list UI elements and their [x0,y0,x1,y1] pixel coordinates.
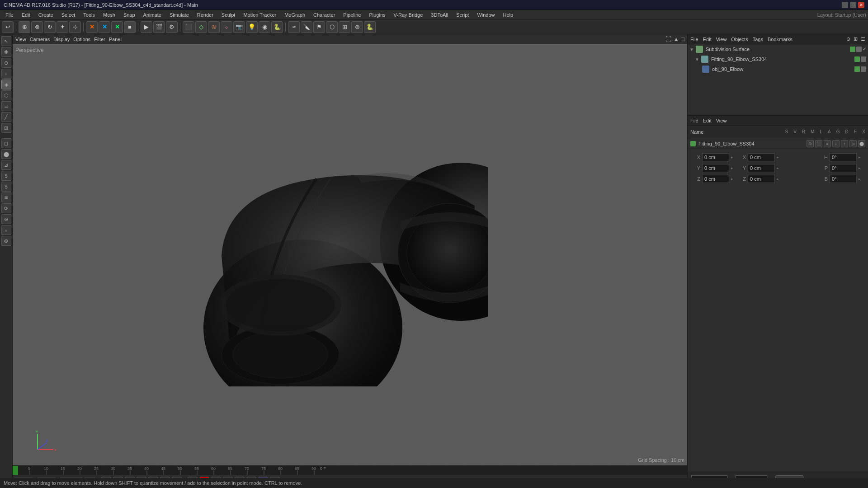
menu-sculpt[interactable]: Sculpt [218,11,239,19]
obj-expand-1[interactable]: ▼ [689,47,694,52]
coord-h-arrow[interactable]: ▸ [859,155,861,160]
object-mode-button[interactable]: ✕ [86,21,98,33]
left-tool-13[interactable]: $ [1,171,11,181]
obj-row-subdivision[interactable]: ▼ Subdivision Surface ✓ [688,44,868,54]
viewport[interactable]: Perspective [13,44,687,465]
attr-menu-file[interactable]: File [690,118,698,123]
coord-p-arrow[interactable]: ▸ [859,166,861,170]
point-mode-button[interactable]: ✕ [99,21,110,33]
dissolve-button[interactable]: ⬡ [326,21,338,33]
left-tool-14[interactable]: $ [1,182,11,192]
left-tool-8[interactable]: ╱ [1,112,11,122]
vp-menu-view[interactable]: View [15,37,26,42]
vp-menu-options[interactable]: Options [73,37,90,42]
attr-menu-view[interactable]: View [716,118,727,123]
left-select-tool[interactable]: ↖ [1,36,11,46]
cube-button[interactable]: ⬛ [183,21,194,33]
camera-button[interactable]: 📷 [233,21,245,33]
menu-animate[interactable]: Animate [140,11,165,19]
obj-menu-view[interactable]: View [716,37,727,42]
poly-mode-button[interactable]: ■ [124,21,136,33]
menu-render[interactable]: Render [193,11,217,19]
coord-y-pos[interactable] [702,164,729,172]
maximize-button[interactable]: □ [850,2,856,8]
menu-mesh[interactable]: Mesh [99,11,119,19]
minimize-button[interactable]: _ [842,2,848,8]
connect-button[interactable]: ⊜ [351,21,363,33]
vp-menu-filter[interactable]: Filter [94,37,105,42]
menu-3dtoall[interactable]: 3DToAll [427,11,452,19]
attr-icon-key[interactable]: ⬤ [858,140,865,147]
coord-xsize-arrow[interactable]: ▸ [777,155,779,160]
menu-character[interactable]: Character [310,11,339,19]
coord-y-size[interactable] [748,164,775,172]
obj-row-fitting[interactable]: ▼ Fitting_90_Elbow_SS304 [688,54,868,64]
obj-row-elbow[interactable]: obj_90_Elbow [688,64,868,74]
coord-ysize-arrow[interactable]: ▸ [777,166,779,170]
menu-pipeline[interactable]: Pipeline [340,11,364,19]
python-button[interactable]: 🐍 [271,21,283,33]
menu-file[interactable]: File [2,11,17,19]
smooth-button[interactable]: ≈ [288,21,300,33]
scale-tool-button[interactable]: ⊗ [31,21,43,33]
coord-h-rot[interactable] [830,153,857,161]
vp-render-icon[interactable]: ▲ [673,36,679,42]
attr-icon-5[interactable]: ↑ [841,140,848,147]
attr-icon-3[interactable]: ≡ [824,140,831,147]
left-paint-tool[interactable]: ✚ [1,47,11,57]
transform-button[interactable]: ✦ [57,21,68,33]
left-tool-16[interactable]: ⟳ [1,203,11,213]
menu-motion-tracker[interactable]: Motion Tracker [240,11,280,19]
menu-snap[interactable]: Snap [120,11,139,19]
light-button[interactable]: 💡 [246,21,258,33]
menu-edit[interactable]: Edit [18,11,34,19]
obj-expand-2[interactable]: ▼ [695,57,699,62]
menu-select[interactable]: Select [58,11,79,19]
select-button[interactable]: ⊹ [69,21,81,33]
left-tool-10[interactable]: ◻ [1,138,11,148]
left-move-tool[interactable]: ⊕ [1,58,11,68]
left-tool-17[interactable]: ⊛ [1,214,11,224]
coord-b-rot[interactable] [830,175,857,183]
spline-button[interactable]: ≋ [208,21,220,33]
attr-menu-edit[interactable]: Edit [703,118,712,123]
obj-menu-bookmarks[interactable]: Bookmarks [768,37,793,42]
material-button[interactable]: ◉ [259,21,270,33]
left-ring-tool[interactable]: ○ [1,69,11,79]
left-tool-18[interactable]: ⬦ [1,225,11,235]
menu-script[interactable]: Script [453,11,472,19]
obj-menu-tags[interactable]: Tags [753,37,763,42]
left-tool-11[interactable]: ⬤ [1,149,11,159]
left-tool-7[interactable]: ≣ [1,101,11,111]
vp-menu-display[interactable]: Display [53,37,70,42]
render-button[interactable]: ▶ [141,21,152,33]
coord-x-size[interactable] [748,153,775,161]
rotate-tool-button[interactable]: ↻ [44,21,56,33]
coord-y-arrow[interactable]: ▸ [731,166,733,170]
coord-x-arrow[interactable]: ▸ [731,155,733,160]
coord-zsize-arrow[interactable]: ▸ [777,177,779,181]
close-button[interactable]: ✕ [858,2,864,8]
nurbs-button[interactable]: ◇ [195,21,207,33]
obj-menu-file[interactable]: File [690,37,698,42]
menu-window[interactable]: Window [473,11,498,19]
array-button[interactable]: ⊞ [339,21,350,33]
obj-menu-edit[interactable]: Edit [703,37,712,42]
vp-menu-panel[interactable]: Panel [109,37,122,42]
left-tool-19[interactable]: ⊛ [1,236,11,246]
menu-vray-bridge[interactable]: V-Ray Bridge [390,11,427,19]
render-vp-button[interactable]: 🎬 [153,21,165,33]
python2-button[interactable]: 🐍 [364,21,376,33]
obj-menu-objects[interactable]: Objects [731,37,748,42]
menu-help[interactable]: Help [500,11,517,19]
attr-icon-4[interactable]: ↓ [832,140,840,147]
attr-icon-2[interactable]: ⬛ [815,140,822,147]
menu-tools[interactable]: Tools [80,11,99,19]
obj-mgr-icon1[interactable]: ⊙ [846,36,850,42]
menu-create[interactable]: Create [35,11,57,19]
deformer-button[interactable]: ⬦ [221,21,232,33]
left-tool-9[interactable]: ⊞ [1,123,11,133]
attr-icon-1[interactable]: ⊙ [807,140,814,147]
vp-link-icon[interactable]: ⛶ [665,36,671,42]
menu-mograph[interactable]: MoGraph [281,11,309,19]
